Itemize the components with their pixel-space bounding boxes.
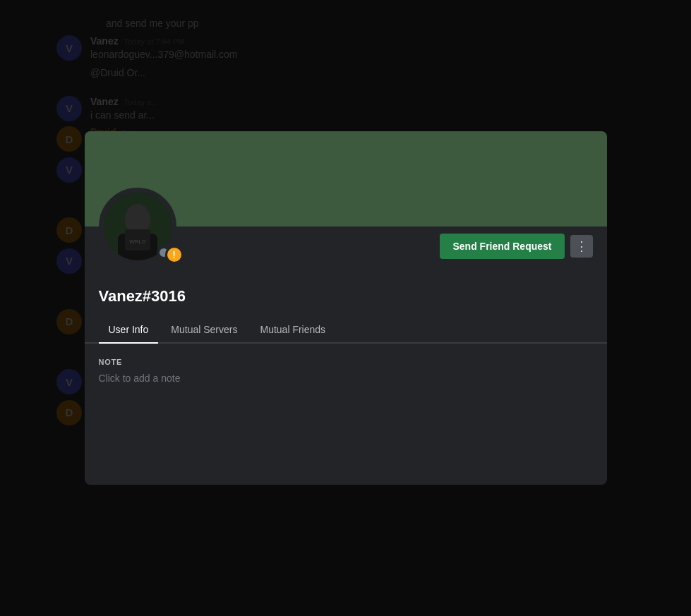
tab-mutual-servers[interactable]: Mutual Servers <box>161 317 247 344</box>
profile-actions: Send Friend Request ⋮ <box>440 234 592 259</box>
profile-body: NOTE Click to add a note <box>85 344 607 485</box>
profile-username-section: Vanez#3016 <box>85 287 607 317</box>
profile-username: Vanez#3016 <box>99 287 186 305</box>
profile-tabs: User Info Mutual Servers Mutual Friends <box>85 317 607 344</box>
note-input[interactable]: Click to add a note <box>99 373 181 384</box>
tab-mutual-friends[interactable]: Mutual Friends <box>250 317 335 344</box>
more-icon: ⋮ <box>575 238 588 254</box>
modal-overlay[interactable]: WRLD ! Send Friend Request ⋮ Vanez#3016 <box>0 0 691 616</box>
note-label: NOTE <box>99 358 593 366</box>
profile-modal: WRLD ! Send Friend Request ⋮ Vanez#3016 <box>85 131 607 485</box>
tab-user-info[interactable]: User Info <box>99 317 159 344</box>
warning-badge: ! <box>165 246 184 264</box>
profile-avatar-container: WRLD ! <box>99 188 176 265</box>
more-options-button[interactable]: ⋮ <box>570 235 593 258</box>
svg-text:WRLD: WRLD <box>129 238 146 245</box>
send-friend-request-button[interactable]: Send Friend Request <box>440 234 564 259</box>
